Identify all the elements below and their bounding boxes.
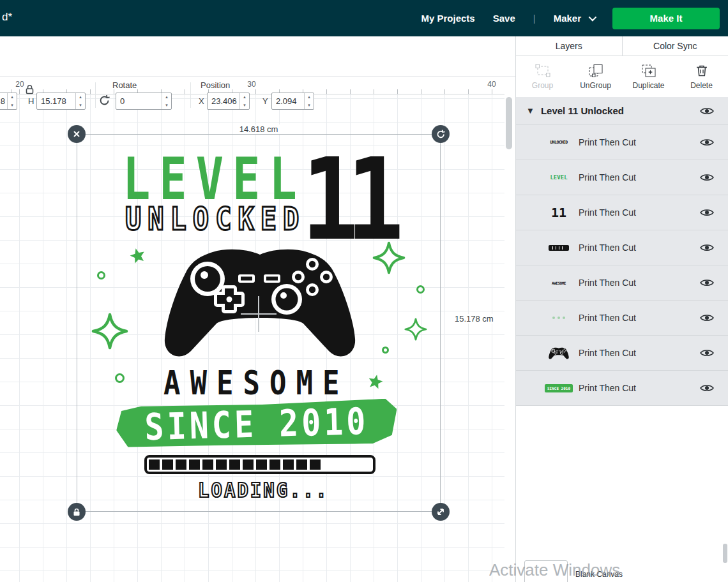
tab-layers[interactable]: Layers	[516, 36, 623, 56]
layer-row-loading-bar[interactable]: Print Then Cut	[516, 230, 728, 265]
layer-type-label: Print Then Cut	[579, 278, 636, 288]
layer-thumbnail	[544, 245, 573, 251]
eye-icon[interactable]	[700, 384, 714, 392]
layer-row-sparkles[interactable]: Print Then Cut	[516, 301, 728, 336]
ruler-tick: 40	[487, 80, 496, 89]
thumb-text: LEVEL	[550, 174, 567, 181]
stepper-arrows[interactable]: ▲▼	[75, 93, 85, 109]
delete-handle[interactable]	[68, 125, 86, 143]
tab-color-sync[interactable]: Color Sync	[623, 36, 728, 56]
layer-actions: Group UnGroup Duplicate Delete	[516, 56, 728, 97]
height-stepper[interactable]: ▲▼	[36, 93, 86, 110]
lock-handle[interactable]	[68, 503, 86, 521]
topbar-divider: |	[533, 13, 536, 24]
machine-label: Maker	[554, 13, 581, 24]
layer-group-title: Level 11 Unlocked	[541, 105, 624, 116]
rotate-stepper[interactable]: ▲▼	[116, 93, 172, 110]
zoom-widget-partial[interactable]	[524, 560, 568, 582]
layer-type-label: Print Then Cut	[579, 172, 636, 183]
thumb-text: AWESOME	[552, 281, 566, 285]
ungroup-button[interactable]: UnGroup	[569, 64, 622, 90]
height-label: H	[28, 96, 34, 106]
height-input[interactable]	[37, 93, 75, 109]
ungroup-label: UnGroup	[580, 81, 611, 90]
rotate-label: Rotate	[112, 80, 137, 90]
layer-row-level[interactable]: LEVEL Print Then Cut	[516, 160, 728, 195]
layer-type-label: Print Then Cut	[579, 243, 636, 253]
layer-type-label: Print Then Cut	[579, 207, 636, 218]
eye-icon[interactable]	[700, 138, 714, 147]
delete-label: Delete	[690, 81, 713, 90]
position-label: Position	[201, 80, 230, 90]
eye-icon[interactable]	[700, 278, 714, 287]
layer-thumbnail: UNLOCKED	[544, 140, 573, 145]
selection-center-crosshair	[258, 296, 259, 332]
thumb-text: SINCE 2010	[545, 384, 573, 392]
x-position-input[interactable]	[208, 93, 239, 109]
eye-icon[interactable]	[700, 173, 714, 182]
stepper-arrows[interactable]: ▲▼	[7, 93, 17, 109]
toolbar-divider	[190, 82, 191, 108]
layer-group-header[interactable]: ▼ Level 11 Unlocked	[516, 97, 728, 125]
width-input-partial[interactable]	[0, 93, 7, 109]
stepper-arrows[interactable]: ▲▼	[239, 93, 249, 109]
eye-icon[interactable]	[700, 348, 714, 357]
stepper-arrows[interactable]: ▲▼	[304, 93, 314, 109]
resize-handle[interactable]	[432, 503, 450, 521]
duplicate-button[interactable]: Duplicate	[622, 64, 675, 90]
eye-icon[interactable]	[700, 243, 714, 252]
layer-row-unlocked[interactable]: UNLOCKED Print Then Cut	[516, 125, 728, 160]
panel-scrollbar[interactable]	[723, 544, 727, 563]
ruler-tick: 30	[247, 80, 255, 89]
layer-type-label: Print Then Cut	[579, 313, 636, 323]
save-link[interactable]: Save	[493, 13, 515, 24]
horizontal-ruler: 20 30 40	[0, 77, 504, 94]
layer-type-label: Print Then Cut	[579, 137, 636, 147]
rotate-icon[interactable]	[98, 94, 110, 109]
sparkle-dots-thumb-icon	[544, 317, 573, 319]
rotate-handle[interactable]	[432, 125, 450, 143]
stepper-arrows[interactable]: ▲▼	[162, 93, 171, 109]
layer-thumbnail: AWESOME	[544, 281, 573, 285]
layer-row-since-2010[interactable]: SINCE 2010 Print Then Cut	[516, 371, 728, 406]
y-position-stepper[interactable]: ▲▼	[271, 93, 314, 110]
controller-thumb-icon	[544, 347, 573, 359]
aspect-lock-icon[interactable]	[24, 84, 35, 98]
x-position-stepper[interactable]: ▲▼	[207, 93, 250, 110]
layer-row-11[interactable]: 11 Print Then Cut	[516, 195, 728, 230]
canvas-scrollbar[interactable]	[506, 97, 512, 149]
layer-type-label: Print Then Cut	[579, 348, 636, 358]
layer-row-awesome[interactable]: AWESOME Print Then Cut	[516, 265, 728, 301]
layer-row-controller[interactable]: Print Then Cut	[516, 336, 728, 371]
rotate-input[interactable]	[116, 93, 162, 109]
thumb-text: 11	[551, 205, 566, 220]
eye-icon[interactable]	[700, 208, 714, 217]
machine-selector[interactable]: Maker	[554, 13, 595, 24]
layer-thumbnail: SINCE 2010	[544, 384, 573, 392]
x-label: X	[199, 96, 204, 106]
topbar: d* My Projects Save | Maker Make It	[0, 0, 728, 36]
make-it-button[interactable]: Make It	[612, 8, 720, 29]
eye-icon[interactable]	[700, 313, 714, 322]
topbar-nav: My Projects Save | Maker Make It	[421, 8, 720, 29]
design-canvas[interactable]: LEVEL 11 UNLOCKED AWESOME SINCE 2010 LOA…	[0, 94, 504, 582]
ruler-tick: 20	[15, 80, 24, 89]
app-root: d* My Projects Save | Maker Make It ▲▼ H…	[0, 0, 728, 582]
canvas-name-label: Blank Canvas	[575, 570, 623, 579]
width-stepper-partial[interactable]: ▲▼	[0, 93, 17, 110]
duplicate-label: Duplicate	[632, 81, 664, 90]
thumb-text: UNLOCKED	[550, 140, 567, 145]
layer-thumbnail: 11	[544, 205, 573, 220]
group-button[interactable]: Group	[516, 64, 569, 90]
toolbar-divider	[95, 82, 96, 108]
group-label: Group	[532, 81, 553, 90]
eye-icon[interactable]	[700, 107, 714, 116]
my-projects-link[interactable]: My Projects	[421, 13, 474, 24]
loading-bar-thumb-icon	[549, 245, 569, 251]
window-title: d*	[2, 11, 12, 24]
layers-panel: Layers Color Sync Group UnGroup Duplicat…	[515, 36, 728, 582]
delete-button[interactable]: Delete	[675, 64, 728, 90]
selection-height-label: 15.178 cm	[452, 314, 496, 324]
y-position-input[interactable]	[272, 93, 304, 109]
collapse-arrow-icon[interactable]: ▼	[526, 106, 535, 116]
